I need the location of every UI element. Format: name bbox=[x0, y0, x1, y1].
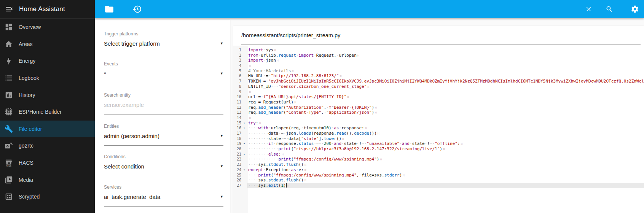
sidebar-item-scrypted[interactable]: Scrypted bbox=[0, 188, 95, 205]
line-number: 9 bbox=[233, 89, 241, 95]
code-text: TOKEN·=·"eyJhbGciOiJIUzI1NiIsInR5cCI6Ikp… bbox=[247, 79, 644, 84]
field-label: Trigger platforms bbox=[104, 31, 223, 37]
fold-arrow-icon[interactable]: ▾ bbox=[241, 121, 247, 126]
select-conditions[interactable]: Select condition▼ bbox=[104, 163, 223, 170]
folder-icon bbox=[104, 4, 114, 14]
eol-marker: ¤ bbox=[346, 94, 349, 99]
code-text: ¤ bbox=[247, 115, 644, 121]
code-line-4: 4¤ bbox=[233, 63, 644, 68]
automation-form-panel: Trigger platformsSelect trigger platform… bbox=[95, 20, 230, 213]
eol-marker: ¤ bbox=[367, 84, 370, 89]
sidebar-toggle-icon[interactable] bbox=[5, 5, 14, 14]
svg-text:HACS: HACS bbox=[6, 165, 12, 167]
field-underline bbox=[104, 83, 223, 83]
fold-arrow-icon[interactable]: ▾ bbox=[241, 152, 247, 157]
lightning-icon bbox=[5, 57, 13, 65]
line-number: 10 bbox=[233, 94, 241, 100]
sidebar-item-label: Scrypted bbox=[19, 194, 40, 200]
code-line-2: 2from·urllib.request·import·Request,·url… bbox=[233, 53, 644, 58]
media-icon bbox=[5, 176, 13, 184]
field-value: ai_task.generate_data bbox=[104, 194, 160, 200]
eol-marker: ¤ bbox=[281, 152, 284, 157]
sidebar-item-hacs[interactable]: HACSHACS bbox=[0, 154, 95, 172]
sidebar-item-go2rtc[interactable]: go2rtc bbox=[0, 137, 95, 154]
line-number: 5 bbox=[233, 68, 241, 74]
line-number: 24 bbox=[233, 167, 241, 173]
select-trigger-platforms[interactable]: Select trigger platform▼ bbox=[104, 40, 223, 47]
sidebar-item-areas[interactable]: Areas bbox=[0, 36, 95, 53]
chevron-down-icon: ▼ bbox=[220, 72, 223, 75]
eol-marker: ¤ bbox=[374, 110, 377, 115]
select-events[interactable]: *▼ bbox=[104, 70, 223, 77]
folder-button[interactable] bbox=[104, 4, 114, 14]
close-icon bbox=[585, 6, 592, 13]
code-line-14: 14¤ bbox=[233, 115, 644, 121]
select-entities[interactable]: admin (person.admin)▼ bbox=[104, 132, 223, 139]
line-number: 27 bbox=[233, 183, 241, 188]
recent-files-button[interactable] bbox=[132, 5, 142, 14]
fold-spacer bbox=[241, 105, 247, 110]
sidebar-item-label: Media bbox=[19, 177, 33, 183]
sidebar-item-history[interactable]: History bbox=[0, 86, 95, 103]
fold-spacer bbox=[241, 53, 247, 58]
file-path-field[interactable]: /homeassistant/scripts/printer_stream.py bbox=[241, 26, 641, 45]
code-line-20: 20············print("rtsps://bblp:ac3f3a… bbox=[233, 146, 644, 152]
code-text: req.add_header("Authorization",·f"Bearer… bbox=[247, 105, 644, 110]
eol-marker: ¤ bbox=[379, 157, 382, 162]
sidebar-item-esphome-builder[interactable]: ESPHome Builder bbox=[0, 103, 95, 121]
field-value: * bbox=[104, 70, 106, 77]
line-number: 4 bbox=[233, 63, 241, 68]
fold-arrow-icon[interactable]: ▾ bbox=[241, 126, 247, 131]
sidebar-item-logbook[interactable]: Logbook bbox=[0, 70, 95, 87]
camera-icon bbox=[5, 141, 13, 150]
chevron-down-icon: ▼ bbox=[220, 134, 223, 138]
code-text: ············print("rtsps://bblp:ac3f3a8b… bbox=[247, 146, 644, 152]
code-line-9: 9¤ bbox=[233, 89, 644, 95]
fold-spacer bbox=[241, 68, 247, 74]
sidebar-item-file-editor[interactable]: File editor bbox=[0, 121, 95, 138]
line-number: 19 bbox=[233, 141, 241, 146]
fold-spacer bbox=[241, 131, 247, 136]
eol-marker: ¤ bbox=[287, 183, 290, 188]
code-line-7: 7TOKEN·=·"eyJhbGciOiJIUzI1NiIsInR5cCI6Ik… bbox=[233, 79, 644, 84]
fold-spacer bbox=[241, 136, 247, 141]
field-underline bbox=[104, 53, 223, 53]
eol-marker: ¤ bbox=[442, 146, 445, 151]
sidebar-item-energy[interactable]: Energy bbox=[0, 52, 95, 70]
settings-button[interactable] bbox=[631, 5, 639, 13]
line-number: 23 bbox=[233, 162, 241, 167]
fold-spacer bbox=[241, 63, 247, 68]
eol-marker: ¤ bbox=[291, 68, 294, 73]
eol-marker: ¤ bbox=[341, 136, 344, 141]
logbook-icon bbox=[5, 74, 13, 82]
fold-spacer bbox=[241, 110, 247, 115]
line-number: 3 bbox=[233, 58, 241, 63]
search-button[interactable] bbox=[606, 5, 613, 13]
code-text: ENTITY_ID·=·"sensor.x1carbon_one_current… bbox=[247, 84, 644, 89]
sidebar-item-media[interactable]: Media bbox=[0, 171, 95, 188]
sidebar-item-overview[interactable]: Overview bbox=[0, 19, 95, 36]
select-services[interactable]: ai_task.generate_data▼ bbox=[104, 193, 223, 200]
fold-arrow-icon[interactable]: ▾ bbox=[241, 141, 247, 146]
code-line-3: 3import·json¤ bbox=[233, 58, 644, 63]
search-entity-input[interactable]: sensor.example bbox=[104, 101, 223, 108]
fold-arrow-icon[interactable]: ▾ bbox=[241, 167, 247, 173]
sidebar-item-label: Areas bbox=[19, 41, 33, 47]
code-text: req·=·Request(url)¤ bbox=[247, 100, 644, 105]
sidebar-item-label: History bbox=[19, 92, 35, 98]
code-line-22: 22············print("ffmpeg:/config/www/… bbox=[233, 157, 644, 162]
code-editor[interactable]: 1import·sys¤2from·urllib.request·import·… bbox=[233, 46, 644, 213]
code-line-6: 6HA_URL·=·"http://192.168.2.88:8123/"¤ bbox=[233, 73, 644, 79]
code-line-1: 1import·sys¤ bbox=[233, 48, 644, 53]
field-value: Select condition bbox=[104, 163, 144, 170]
fold-spacer bbox=[241, 146, 247, 152]
chip-icon bbox=[5, 108, 13, 116]
fold-spacer bbox=[241, 157, 247, 162]
code-text: ····sys.exit(1)¤ bbox=[247, 183, 644, 188]
code-text: ········data·=·json.loads(response.read(… bbox=[247, 131, 644, 136]
fold-spacer bbox=[241, 89, 247, 95]
code-line-5: 5#·Your·HA·details¤ bbox=[233, 68, 644, 74]
sidebar-item-label: go2rtc bbox=[19, 143, 33, 149]
close-button[interactable] bbox=[585, 6, 592, 13]
home-icon bbox=[5, 40, 13, 48]
